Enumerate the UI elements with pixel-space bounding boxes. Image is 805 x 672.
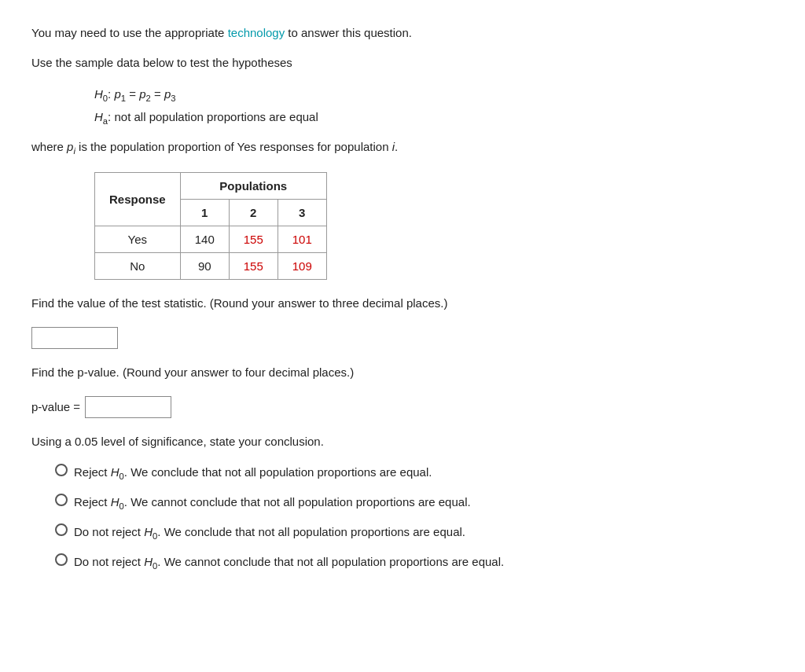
pvalue-input[interactable] [85,396,171,418]
option-3-label: Do not reject H0. We conclude that not a… [74,525,465,541]
conclusion-prompt: Using a 0.05 level of significance, stat… [31,432,774,451]
pvalue-prompt: Find the p-value. (Round your answer to … [31,363,774,382]
radio-4[interactable] [55,553,68,566]
radio-3[interactable] [55,523,68,536]
option-1-label: Reject H0. We conclude that not all popu… [74,465,432,481]
test-statistic-input-row [31,324,774,352]
sample-data-line: Use the sample data below to test the hy… [31,53,774,72]
response-header: Response [95,172,181,226]
yes-label: Yes [95,226,181,252]
option-4-label: Do not reject H0. We cannot conclude tha… [74,555,504,571]
pvalue-input-row: p-value = [31,393,774,421]
h0-line: H0: p1 = p2 = p3 [94,83,774,106]
yes-val3: 101 [278,226,326,252]
table-row-yes: Yes 140 155 101 [95,226,327,252]
no-val3: 109 [278,252,326,279]
radio-2[interactable] [55,494,68,506]
pvalue-label: p-value = [31,400,80,413]
no-val2: 155 [229,252,278,279]
no-label: No [95,252,181,279]
option-4: Do not reject H0. We cannot conclude tha… [55,552,774,571]
radio-1[interactable] [55,464,68,476]
col3-header: 3 [278,199,326,226]
option-3: Do not reject H0. We conclude that not a… [55,522,774,541]
option-2: Reject H0. We cannot conclude that not a… [55,492,774,511]
intro-tech-line: You may need to use the appropriate tech… [31,24,774,42]
populations-header: Populations [180,172,326,199]
intro-suffix: to answer this question. [285,26,412,39]
col2-header: 2 [229,199,278,226]
data-table: Response Populations 1 2 3 Yes 140 155 1… [94,172,327,280]
where-line: where pi is the population proportion of… [31,138,774,158]
conclusion-options: Reject H0. We conclude that not all popu… [55,462,774,571]
no-val1: 90 [180,252,229,279]
yes-val1: 140 [180,226,229,252]
technology-link[interactable]: technology [228,26,285,39]
data-table-container: Response Populations 1 2 3 Yes 140 155 1… [94,172,774,280]
option-2-label: Reject H0. We cannot conclude that not a… [74,495,471,511]
intro-prefix: You may need to use the appropriate [31,26,228,39]
table-row-no: No 90 155 109 [95,252,327,279]
option-1: Reject H0. We conclude that not all popu… [55,462,774,481]
test-statistic-input[interactable] [31,327,118,349]
hypotheses-block: H0: p1 = p2 = p3 Ha: not all population … [94,83,774,130]
ha-line: Ha: not all population proportions are e… [94,106,774,129]
table-header-row: Response Populations [95,172,327,199]
test-statistic-prompt: Find the value of the test statistic. (R… [31,294,774,313]
col1-header: 1 [180,199,229,226]
yes-val2: 155 [229,226,278,252]
